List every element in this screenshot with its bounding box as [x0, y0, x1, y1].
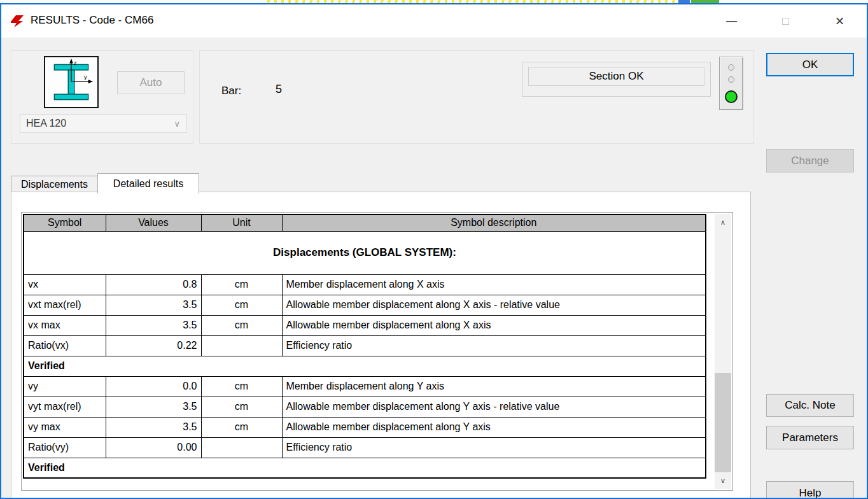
- indicator-lamp-top: [728, 64, 734, 71]
- table-row: vyt max(rel) 3.5 cm Allowable member dis…: [24, 397, 706, 417]
- status-indicator: [719, 57, 743, 110]
- close-button[interactable]: ×: [813, 4, 867, 38]
- col-header-symbol: Symbol: [24, 214, 106, 231]
- cell-description: Efficiency ratio: [282, 335, 706, 356]
- section-header-cell: Displacements (GLOBAL SYSTEM):: [24, 231, 706, 274]
- cell-unit: [201, 335, 282, 356]
- col-header-values: Values: [106, 214, 201, 231]
- tab-displacements[interactable]: Displacements: [11, 176, 98, 193]
- cell-unit: cm: [201, 315, 282, 335]
- scrollbar-thumb[interactable]: [715, 373, 731, 474]
- col-header-description: Symbol description: [282, 214, 706, 231]
- cell-unit: cm: [201, 397, 282, 417]
- col-header-unit: Unit: [201, 214, 282, 231]
- minimize-icon: —: [726, 15, 737, 27]
- cell-symbol: vxt max(rel): [24, 295, 106, 315]
- cell-symbol: vx max: [24, 315, 106, 335]
- i-beam-section-icon: z y: [45, 57, 97, 107]
- table-row: vx 0.8 cm Member displacement along X ax…: [24, 274, 706, 295]
- table-row: vxt max(rel) 3.5 cm Allowable member dis…: [24, 295, 706, 315]
- cell-unit: [201, 437, 282, 458]
- profile-value: HEA 120: [26, 118, 66, 129]
- cell-value: 0.0: [106, 376, 201, 397]
- profile-select[interactable]: HEA 120 ∨: [20, 114, 186, 133]
- cell-description: Efficiency ratio: [282, 437, 706, 458]
- table-row: Ratio(vy) 0.00 Efficiency ratio: [24, 437, 706, 458]
- cell-description: Allowable member displacement along Y ax…: [282, 417, 706, 437]
- cell-value: 3.5: [106, 315, 201, 335]
- cell-unit: cm: [201, 376, 282, 397]
- cell-symbol: Ratio(vx): [24, 335, 106, 356]
- window-title: RESULTS - Code - CM66: [31, 14, 153, 27]
- verified-row: Verified: [24, 458, 706, 478]
- cell-value: 3.5: [106, 397, 201, 417]
- indicator-lamp-middle: [728, 76, 734, 83]
- cell-symbol: vyt max(rel): [24, 397, 106, 417]
- maximize-button[interactable]: [759, 4, 813, 38]
- table-header-row: Symbol Values Unit Symbol description: [24, 214, 706, 231]
- cell-description: Member displacement along X axis: [282, 274, 706, 295]
- table-row: vy 0.0 cm Member displacement along Y ax…: [24, 376, 706, 397]
- help-button[interactable]: Help: [766, 481, 854, 499]
- titlebar: RESULTS - Code - CM66 — ×: [1, 4, 867, 38]
- cell-description: Member displacement along Y axis: [282, 376, 706, 397]
- cell-symbol: vx: [24, 274, 106, 295]
- cell-description: Allowable member displacement along X ax…: [282, 315, 706, 335]
- cell-value: 3.5: [106, 417, 201, 437]
- section-preview: z y: [44, 56, 99, 108]
- cell-unit: cm: [201, 417, 282, 437]
- app-icon: [10, 13, 25, 29]
- cell-description: Allowable member displacement along Y ax…: [282, 397, 706, 417]
- bar-groupbox: Bar: 5 Section OK: [199, 50, 754, 144]
- cell-value: 0.22: [106, 335, 201, 356]
- axis-z-label: z: [74, 59, 77, 66]
- verified-cell: Verified: [24, 356, 706, 376]
- cell-description: Allowable member displacement along X ax…: [282, 295, 706, 315]
- ok-button[interactable]: OK: [766, 53, 854, 76]
- table-row: vx max 3.5 cm Allowable member displacem…: [24, 315, 706, 335]
- table-container: Symbol Values Unit Symbol description Di…: [21, 212, 733, 491]
- section-header-row: Displacements (GLOBAL SYSTEM):: [24, 231, 706, 274]
- bar-value: 5: [276, 83, 282, 96]
- scroll-up-button[interactable]: ∧: [715, 214, 731, 230]
- scroll-down-button[interactable]: ∨: [715, 472, 731, 489]
- scroll-down-icon: ∨: [720, 477, 725, 485]
- status-box: Section OK: [522, 62, 711, 97]
- chevron-down-icon: ∨: [174, 119, 180, 129]
- close-icon: ×: [835, 12, 844, 30]
- table-row: Ratio(vx) 0.22 Efficiency ratio: [24, 335, 706, 356]
- bar-label: Bar:: [221, 85, 241, 97]
- cell-value: 0.00: [106, 437, 201, 458]
- cell-value: 0.8: [106, 274, 201, 295]
- parameters-button[interactable]: Parameters: [766, 426, 854, 449]
- cell-value: 3.5: [106, 295, 201, 315]
- tab-detailed-results[interactable]: Detailed results: [97, 173, 199, 193]
- calc-note-button[interactable]: Calc. Note: [766, 394, 854, 417]
- auto-button[interactable]: Auto: [117, 71, 185, 94]
- indicator-lamp-green: [725, 90, 738, 103]
- cell-symbol: vy max: [24, 417, 106, 437]
- scroll-up-icon: ∧: [720, 218, 725, 227]
- verified-cell: Verified: [24, 458, 706, 478]
- status-text: Section OK: [528, 67, 704, 86]
- verified-row: Verified: [24, 356, 706, 376]
- cell-unit: cm: [201, 274, 282, 295]
- change-button[interactable]: Change: [766, 149, 854, 172]
- cell-symbol: vy: [24, 376, 106, 397]
- results-dialog: RESULTS - Code - CM66 — ×: [0, 3, 868, 499]
- results-table: Symbol Values Unit Symbol description Di…: [23, 214, 706, 479]
- maximize-icon: [782, 18, 789, 25]
- table-row: vy max 3.5 cm Allowable member displacem…: [24, 417, 706, 437]
- vertical-scrollbar[interactable]: ∧ ∨: [715, 214, 731, 489]
- tab-panel: Symbol Values Unit Symbol description Di…: [11, 192, 751, 499]
- section-groupbox: z y Auto HEA 120 ∨: [11, 50, 193, 144]
- cell-symbol: Ratio(vy): [24, 437, 106, 458]
- minimize-button[interactable]: —: [704, 4, 759, 38]
- window-controls: — ×: [704, 4, 867, 38]
- axis-y-label: y: [84, 73, 87, 80]
- cell-unit: cm: [201, 295, 282, 315]
